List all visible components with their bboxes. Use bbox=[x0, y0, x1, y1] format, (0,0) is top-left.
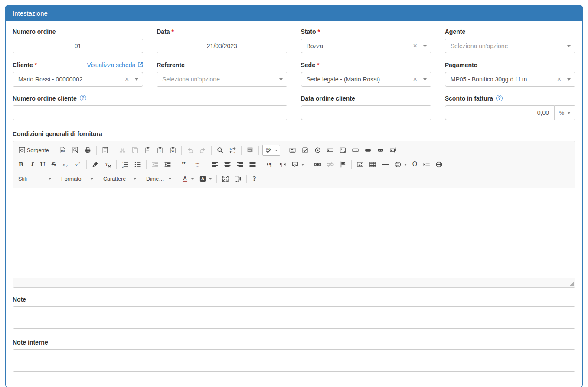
resize-handle-icon[interactable] bbox=[569, 282, 574, 286]
radio-button-button[interactable] bbox=[312, 144, 323, 156]
align-right-button[interactable] bbox=[234, 159, 246, 170]
intestazione-panel: Intestazione Numero ordine Data* Stato* … bbox=[5, 5, 583, 387]
find-button[interactable] bbox=[214, 144, 226, 156]
paste-from-word-icon bbox=[169, 146, 176, 154]
blockquote-button[interactable] bbox=[179, 159, 191, 170]
note-textarea[interactable] bbox=[13, 306, 575, 329]
toolbar-separator bbox=[241, 146, 242, 155]
sconto-label: Sconto in fattura? bbox=[445, 95, 503, 102]
select-all-button[interactable] bbox=[244, 144, 256, 156]
copy-formatting-button[interactable] bbox=[89, 159, 101, 170]
textarea-field-button[interactable] bbox=[337, 144, 349, 156]
help-icon[interactable]: ? bbox=[80, 95, 86, 101]
clear-icon[interactable]: × bbox=[413, 76, 417, 83]
sede-select[interactable]: Sede legale - (Mario Rossi) × bbox=[301, 72, 431, 87]
undo-button bbox=[184, 144, 196, 156]
external-link-icon bbox=[137, 62, 143, 68]
toolbar-separator bbox=[86, 160, 87, 169]
remove-format-button[interactable] bbox=[102, 159, 114, 170]
image-button[interactable] bbox=[354, 159, 366, 170]
select-field-button[interactable] bbox=[350, 144, 361, 156]
font-button[interactable]: Carattere bbox=[101, 174, 138, 184]
remove-format-icon bbox=[104, 161, 111, 168]
toolbar-separator bbox=[141, 175, 141, 183]
data-ordine-cliente-input[interactable] bbox=[301, 105, 431, 120]
bold-button[interactable]: B bbox=[16, 159, 26, 170]
visualizza-scheda-link[interactable]: Visualizza scheda bbox=[87, 62, 143, 68]
align-right-icon bbox=[236, 161, 244, 168]
referente-placeholder: Seleziona un'opzione bbox=[162, 76, 279, 83]
italic-button[interactable]: I bbox=[27, 159, 37, 170]
styles-button[interactable]: Stili bbox=[16, 174, 53, 184]
note-interne-textarea[interactable] bbox=[13, 349, 575, 372]
smiley-button[interactable] bbox=[392, 159, 409, 170]
div-container-button[interactable] bbox=[192, 159, 203, 170]
clear-icon[interactable]: × bbox=[557, 76, 561, 83]
increase-indent-icon bbox=[164, 161, 171, 168]
paste-button[interactable] bbox=[142, 144, 154, 156]
clear-icon[interactable]: × bbox=[413, 42, 417, 49]
replace-icon bbox=[229, 146, 236, 154]
sconto-unit-select[interactable]: % bbox=[555, 105, 575, 120]
help-icon[interactable]: ? bbox=[496, 95, 503, 101]
stato-select[interactable]: Bozza × bbox=[301, 39, 431, 53]
image-button-button[interactable] bbox=[375, 144, 386, 156]
paste-as-text-button[interactable] bbox=[154, 144, 166, 156]
about-button[interactable]: ? bbox=[249, 173, 259, 185]
anchor-button[interactable] bbox=[337, 159, 349, 170]
font-size-button[interactable]: Dimensi... bbox=[144, 174, 173, 184]
page-break-button[interactable] bbox=[421, 159, 432, 170]
subscript-button[interactable] bbox=[59, 159, 71, 170]
form-button[interactable] bbox=[287, 144, 298, 156]
background-color-button[interactable] bbox=[197, 173, 214, 185]
table-button[interactable] bbox=[367, 159, 379, 170]
justify-button[interactable] bbox=[247, 159, 258, 170]
export-pdf-icon bbox=[59, 146, 66, 154]
bulleted-list-button[interactable] bbox=[132, 159, 144, 170]
templates-button[interactable] bbox=[99, 144, 111, 156]
checkbox-button[interactable] bbox=[299, 144, 311, 156]
pagamento-select[interactable]: MP05 - Bonifico 30gg d.f.f.m. × bbox=[445, 72, 575, 87]
checkbox-icon bbox=[301, 146, 309, 154]
horizontal-rule-button[interactable] bbox=[379, 159, 391, 170]
text-field-button[interactable] bbox=[324, 144, 336, 156]
language-button[interactable] bbox=[289, 159, 306, 170]
maximize-button[interactable] bbox=[219, 173, 231, 185]
numbered-list-button[interactable] bbox=[119, 159, 131, 170]
paragraph-format-button[interactable]: Formato bbox=[59, 174, 95, 184]
button-field-button[interactable] bbox=[362, 144, 374, 156]
print-button[interactable] bbox=[82, 144, 94, 156]
align-center-button[interactable] bbox=[222, 159, 233, 170]
data-input[interactable] bbox=[157, 39, 287, 53]
text-color-button[interactable] bbox=[179, 173, 196, 185]
special-character-button[interactable]: Ω bbox=[410, 159, 420, 170]
sconto-input[interactable] bbox=[445, 105, 555, 120]
caret-down-icon bbox=[191, 178, 194, 180]
underline-icon: U bbox=[40, 161, 46, 168]
editor-content-area[interactable] bbox=[13, 188, 575, 278]
source-button[interactable]: Sorgente bbox=[16, 144, 51, 156]
numero-ordine-input[interactable] bbox=[13, 39, 143, 53]
numero-ordine-cliente-input[interactable] bbox=[13, 105, 287, 120]
agente-select[interactable]: Seleziona un'opzione bbox=[445, 39, 575, 53]
strikethrough-button[interactable]: S bbox=[49, 159, 59, 170]
referente-select[interactable]: Seleziona un'opzione bbox=[157, 72, 287, 87]
spell-check-button[interactable] bbox=[262, 145, 280, 156]
superscript-button[interactable] bbox=[72, 159, 84, 170]
cliente-select[interactable]: Mario Rossi - 00000002 × bbox=[13, 72, 143, 87]
preview-button[interactable] bbox=[69, 144, 81, 156]
hidden-field-button[interactable] bbox=[387, 144, 399, 156]
text-direction-ltr-button[interactable] bbox=[264, 159, 276, 170]
link-button[interactable] bbox=[312, 159, 323, 170]
underline-button[interactable]: U bbox=[38, 159, 48, 170]
field-numero-ordine: Numero ordine bbox=[13, 28, 143, 53]
iframe-button[interactable] bbox=[433, 159, 445, 170]
clear-icon[interactable]: × bbox=[125, 76, 129, 83]
replace-button[interactable] bbox=[227, 144, 238, 156]
text-direction-rtl-button[interactable] bbox=[277, 159, 288, 170]
paste-from-word-button[interactable] bbox=[167, 144, 179, 156]
increase-indent-button[interactable] bbox=[162, 159, 173, 170]
export-pdf-button[interactable] bbox=[57, 144, 69, 156]
show-blocks-button[interactable] bbox=[232, 173, 244, 185]
align-left-button[interactable] bbox=[209, 159, 221, 170]
